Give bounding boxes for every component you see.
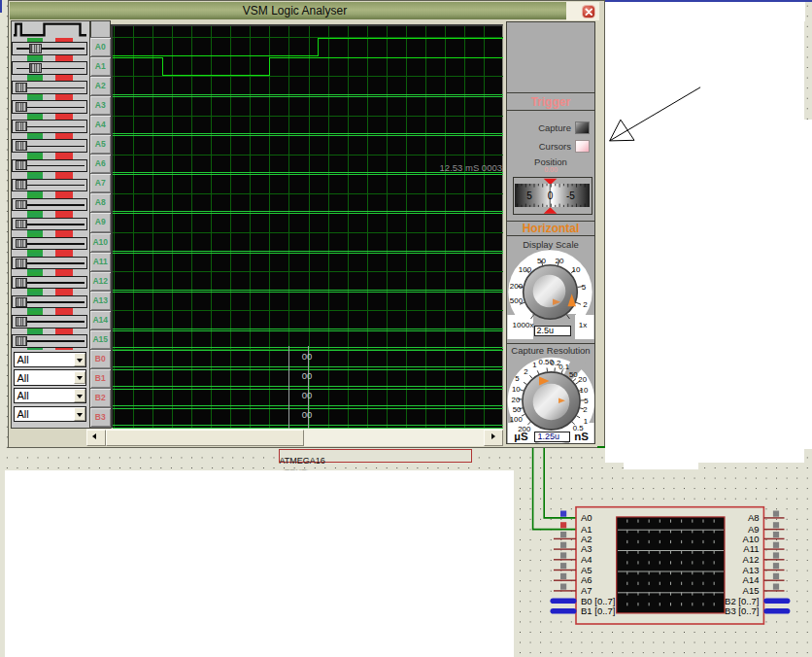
svg-text:A5: A5: [581, 565, 592, 575]
svg-text:nS: nS: [574, 431, 589, 442]
svg-text:20: 20: [556, 257, 564, 265]
svg-text:A11: A11: [743, 543, 759, 554]
svg-text:0.1: 0.1: [558, 363, 569, 371]
svg-text:B2 [0..7]: B2 [0..7]: [725, 596, 759, 606]
svg-text:00: 00: [302, 409, 313, 420]
svg-text:00: 00: [302, 390, 313, 400]
svg-text:A8: A8: [748, 512, 760, 523]
svg-text:2: 2: [583, 405, 587, 414]
svg-text:A2: A2: [581, 534, 592, 544]
svg-text:50: 50: [513, 405, 522, 414]
svg-text:2: 2: [583, 300, 588, 309]
svg-text:100: 100: [510, 415, 524, 424]
svg-text:5: 5: [527, 191, 533, 202]
svg-text:50: 50: [569, 370, 578, 379]
svg-text:2: 2: [524, 367, 527, 376]
svg-text:20: 20: [578, 375, 587, 384]
svg-text:00: 00: [302, 370, 313, 381]
svg-text:1: 1: [584, 417, 588, 426]
svg-text:00: 00: [302, 351, 313, 362]
svg-text:12.53 mS 0003: 12.53 mS 0003: [440, 162, 502, 173]
svg-text:A12: A12: [743, 554, 760, 565]
svg-text:A6: A6: [581, 574, 592, 585]
svg-text:B1 [0..7]: B1 [0..7]: [581, 605, 615, 616]
svg-text:1: 1: [532, 361, 536, 369]
svg-text:-5: -5: [566, 191, 575, 202]
svg-text:A13: A13: [743, 565, 760, 575]
svg-text:5: 5: [582, 283, 587, 292]
svg-text:A7: A7: [581, 585, 592, 596]
svg-text:A10: A10: [743, 534, 760, 544]
svg-text:500: 500: [510, 296, 524, 305]
svg-text:10: 10: [580, 386, 589, 395]
svg-text:A0: A0: [581, 512, 592, 523]
svg-text:A15: A15: [743, 585, 760, 596]
svg-text:0: 0: [548, 191, 554, 202]
svg-text:5: 5: [515, 374, 520, 383]
svg-text:A14: A14: [743, 574, 760, 585]
svg-text:100: 100: [519, 265, 532, 274]
svg-text:µS: µS: [514, 431, 528, 442]
svg-text:A3: A3: [581, 543, 592, 554]
svg-text:B0 [0..7]: B0 [0..7]: [581, 596, 615, 606]
svg-text:5: 5: [584, 397, 589, 405]
svg-text:50: 50: [537, 257, 546, 265]
svg-text:200: 200: [510, 282, 524, 291]
svg-text:10: 10: [512, 385, 521, 394]
svg-text:A4: A4: [581, 554, 592, 565]
svg-text:1000x: 1000x: [513, 321, 534, 329]
svg-text:10: 10: [572, 265, 581, 274]
svg-text:1x: 1x: [579, 321, 587, 329]
svg-text:B3 [0..7]: B3 [0..7]: [725, 605, 759, 616]
svg-text:20: 20: [512, 396, 521, 404]
